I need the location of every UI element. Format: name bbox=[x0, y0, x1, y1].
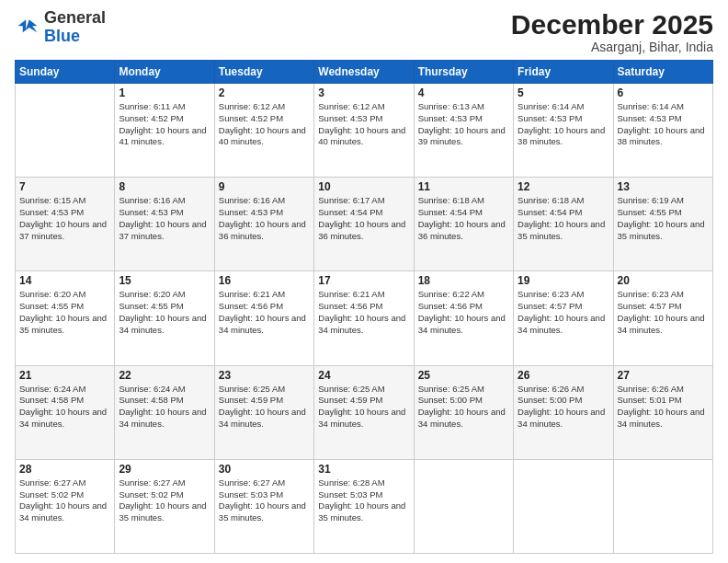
day-info: Sunrise: 6:18 AMSunset: 4:54 PMDaylight:… bbox=[418, 195, 509, 242]
calendar-body: 1Sunrise: 6:11 AMSunset: 4:52 PMDaylight… bbox=[16, 84, 713, 554]
day-cell: 26Sunrise: 6:26 AMSunset: 5:00 PMDayligh… bbox=[514, 365, 613, 459]
day-info: Sunrise: 6:25 AMSunset: 4:59 PMDaylight:… bbox=[318, 384, 409, 431]
day-cell: 25Sunrise: 6:25 AMSunset: 5:00 PMDayligh… bbox=[414, 365, 513, 459]
logo-blue-text: Blue bbox=[44, 27, 80, 45]
day-number: 26 bbox=[518, 369, 609, 382]
day-cell bbox=[514, 459, 613, 553]
week-row-2: 14Sunrise: 6:20 AMSunset: 4:55 PMDayligh… bbox=[16, 271, 713, 365]
logo-general-text: General bbox=[44, 8, 106, 27]
day-number: 4 bbox=[418, 86, 509, 99]
location: Asarganj, Bihar, India bbox=[511, 40, 713, 54]
header-cell-sunday: Sunday bbox=[16, 61, 115, 84]
day-number: 24 bbox=[318, 369, 409, 382]
day-info: Sunrise: 6:23 AMSunset: 4:57 PMDaylight:… bbox=[618, 289, 709, 336]
logo-icon bbox=[15, 15, 40, 40]
header-cell-tuesday: Tuesday bbox=[214, 61, 313, 84]
day-number: 9 bbox=[219, 180, 310, 193]
day-number: 25 bbox=[418, 369, 509, 382]
day-number: 11 bbox=[418, 180, 509, 193]
week-row-1: 7Sunrise: 6:15 AMSunset: 4:53 PMDaylight… bbox=[16, 178, 713, 271]
day-cell: 21Sunrise: 6:24 AMSunset: 4:58 PMDayligh… bbox=[16, 365, 115, 459]
header-cell-saturday: Saturday bbox=[613, 61, 712, 84]
day-cell: 28Sunrise: 6:27 AMSunset: 5:02 PMDayligh… bbox=[16, 459, 115, 553]
day-number: 21 bbox=[19, 369, 110, 382]
day-info: Sunrise: 6:21 AMSunset: 4:56 PMDaylight:… bbox=[318, 289, 409, 336]
day-number: 31 bbox=[318, 463, 409, 476]
day-number: 8 bbox=[119, 180, 210, 193]
header-cell-monday: Monday bbox=[115, 61, 214, 84]
day-number: 13 bbox=[618, 180, 709, 193]
header-row: SundayMondayTuesdayWednesdayThursdayFrid… bbox=[16, 61, 713, 84]
day-cell bbox=[16, 84, 115, 178]
day-number: 14 bbox=[19, 274, 110, 287]
day-info: Sunrise: 6:27 AMSunset: 5:02 PMDaylight:… bbox=[19, 477, 110, 524]
day-number: 3 bbox=[318, 86, 409, 99]
day-number: 7 bbox=[19, 180, 110, 193]
day-info: Sunrise: 6:25 AMSunset: 5:00 PMDaylight:… bbox=[418, 384, 509, 431]
day-number: 20 bbox=[618, 274, 709, 287]
day-info: Sunrise: 6:23 AMSunset: 4:57 PMDaylight:… bbox=[518, 289, 609, 336]
day-cell: 7Sunrise: 6:15 AMSunset: 4:53 PMDaylight… bbox=[16, 178, 115, 271]
day-info: Sunrise: 6:26 AMSunset: 5:00 PMDaylight:… bbox=[518, 384, 609, 431]
day-info: Sunrise: 6:26 AMSunset: 5:01 PMDaylight:… bbox=[618, 384, 709, 431]
day-info: Sunrise: 6:12 AMSunset: 4:53 PMDaylight:… bbox=[318, 101, 409, 148]
day-number: 18 bbox=[418, 274, 509, 287]
day-cell: 29Sunrise: 6:27 AMSunset: 5:02 PMDayligh… bbox=[115, 459, 214, 553]
day-cell: 6Sunrise: 6:14 AMSunset: 4:53 PMDaylight… bbox=[613, 84, 712, 178]
day-info: Sunrise: 6:21 AMSunset: 4:56 PMDaylight:… bbox=[219, 289, 310, 336]
day-number: 23 bbox=[219, 369, 310, 382]
day-number: 19 bbox=[518, 274, 609, 287]
day-number: 15 bbox=[119, 274, 210, 287]
day-info: Sunrise: 6:24 AMSunset: 4:58 PMDaylight:… bbox=[19, 384, 110, 431]
day-number: 6 bbox=[618, 86, 709, 99]
day-number: 1 bbox=[119, 86, 210, 99]
day-cell: 27Sunrise: 6:26 AMSunset: 5:01 PMDayligh… bbox=[613, 365, 712, 459]
day-cell: 11Sunrise: 6:18 AMSunset: 4:54 PMDayligh… bbox=[414, 178, 513, 271]
day-cell bbox=[613, 459, 712, 553]
day-number: 12 bbox=[518, 180, 609, 193]
calendar-header: SundayMondayTuesdayWednesdayThursdayFrid… bbox=[16, 61, 713, 84]
day-info: Sunrise: 6:20 AMSunset: 4:55 PMDaylight:… bbox=[19, 289, 110, 336]
day-number: 16 bbox=[219, 274, 310, 287]
day-number: 28 bbox=[19, 463, 110, 476]
day-cell: 18Sunrise: 6:22 AMSunset: 4:56 PMDayligh… bbox=[414, 271, 513, 365]
day-cell: 19Sunrise: 6:23 AMSunset: 4:57 PMDayligh… bbox=[514, 271, 613, 365]
day-info: Sunrise: 6:24 AMSunset: 4:58 PMDaylight:… bbox=[119, 384, 210, 431]
day-cell: 16Sunrise: 6:21 AMSunset: 4:56 PMDayligh… bbox=[214, 271, 313, 365]
day-info: Sunrise: 6:11 AMSunset: 4:52 PMDaylight:… bbox=[119, 101, 210, 148]
day-cell: 17Sunrise: 6:21 AMSunset: 4:56 PMDayligh… bbox=[314, 271, 414, 365]
day-info: Sunrise: 6:17 AMSunset: 4:54 PMDaylight:… bbox=[318, 195, 409, 242]
day-info: Sunrise: 6:12 AMSunset: 4:52 PMDaylight:… bbox=[219, 101, 310, 148]
day-info: Sunrise: 6:27 AMSunset: 5:02 PMDaylight:… bbox=[119, 477, 210, 524]
day-cell: 8Sunrise: 6:16 AMSunset: 4:53 PMDaylight… bbox=[115, 178, 214, 271]
page: General Blue December 2025 Asarganj, Bih… bbox=[0, 0, 728, 563]
header-cell-wednesday: Wednesday bbox=[314, 61, 414, 84]
month-title: December 2025 bbox=[511, 9, 713, 40]
title-block: December 2025 Asarganj, Bihar, India bbox=[511, 9, 713, 54]
day-cell: 15Sunrise: 6:20 AMSunset: 4:55 PMDayligh… bbox=[115, 271, 214, 365]
day-info: Sunrise: 6:27 AMSunset: 5:03 PMDaylight:… bbox=[219, 477, 310, 524]
day-info: Sunrise: 6:16 AMSunset: 4:53 PMDaylight:… bbox=[219, 195, 310, 242]
day-number: 2 bbox=[219, 86, 310, 99]
day-cell: 3Sunrise: 6:12 AMSunset: 4:53 PMDaylight… bbox=[314, 84, 414, 178]
header-cell-friday: Friday bbox=[514, 61, 613, 84]
day-info: Sunrise: 6:15 AMSunset: 4:53 PMDaylight:… bbox=[19, 195, 110, 242]
day-number: 17 bbox=[318, 274, 409, 287]
day-info: Sunrise: 6:14 AMSunset: 4:53 PMDaylight:… bbox=[518, 101, 609, 148]
day-cell: 9Sunrise: 6:16 AMSunset: 4:53 PMDaylight… bbox=[214, 178, 313, 271]
day-info: Sunrise: 6:18 AMSunset: 4:54 PMDaylight:… bbox=[518, 195, 609, 242]
day-number: 10 bbox=[318, 180, 409, 193]
day-cell: 4Sunrise: 6:13 AMSunset: 4:53 PMDaylight… bbox=[414, 84, 513, 178]
day-info: Sunrise: 6:28 AMSunset: 5:03 PMDaylight:… bbox=[318, 477, 409, 524]
day-number: 27 bbox=[618, 369, 709, 382]
day-cell: 24Sunrise: 6:25 AMSunset: 4:59 PMDayligh… bbox=[314, 365, 414, 459]
day-cell: 13Sunrise: 6:19 AMSunset: 4:55 PMDayligh… bbox=[613, 178, 712, 271]
day-number: 29 bbox=[119, 463, 210, 476]
day-cell: 22Sunrise: 6:24 AMSunset: 4:58 PMDayligh… bbox=[115, 365, 214, 459]
header-cell-thursday: Thursday bbox=[414, 61, 513, 84]
day-number: 5 bbox=[518, 86, 609, 99]
day-cell: 10Sunrise: 6:17 AMSunset: 4:54 PMDayligh… bbox=[314, 178, 414, 271]
header: General Blue December 2025 Asarganj, Bih… bbox=[15, 9, 713, 54]
day-number: 22 bbox=[119, 369, 210, 382]
day-info: Sunrise: 6:14 AMSunset: 4:53 PMDaylight:… bbox=[618, 101, 709, 148]
